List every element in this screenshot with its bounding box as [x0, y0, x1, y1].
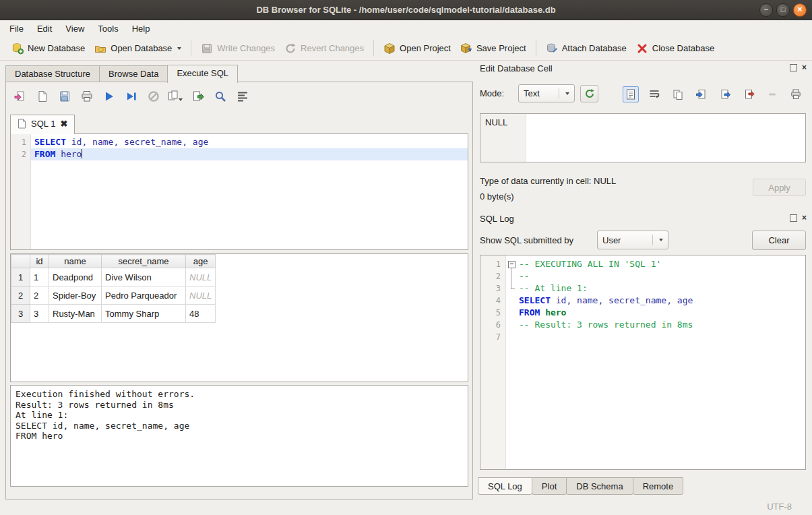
float-panel-icon[interactable]: [790, 214, 797, 222]
result-cell[interactable]: Tommy Sharp: [102, 305, 186, 323]
open-database-label: Open Database: [111, 43, 172, 53]
column-header-age[interactable]: age: [186, 255, 216, 268]
close-tab-icon[interactable]: ✖: [60, 119, 67, 129]
sql-log-view[interactable]: 1-- EXECUTING ALL IN 'SQL 1' 2-- 3-- At …: [480, 255, 806, 470]
result-cell[interactable]: 3: [30, 305, 49, 323]
execute-current-line-icon[interactable]: [123, 88, 140, 105]
result-cell-null[interactable]: NULL: [186, 268, 216, 286]
revert-changes-button[interactable]: Revert Changes: [280, 39, 369, 58]
cell-editor[interactable]: NULL: [480, 113, 806, 162]
column-header-id[interactable]: id: [30, 255, 49, 268]
maximize-button[interactable]: □: [776, 3, 790, 17]
menu-view[interactable]: View: [59, 22, 91, 36]
close-button[interactable]: ×: [793, 3, 807, 17]
close-database-button[interactable]: Close Database: [631, 39, 720, 58]
editor-line-text: SELECT id, name, secret_name, age: [31, 136, 468, 148]
save-as-cell-icon[interactable]: [741, 86, 757, 102]
apply-button[interactable]: Apply: [753, 179, 806, 196]
clear-log-button[interactable]: Clear: [752, 231, 806, 250]
toolbar-separator: [536, 40, 536, 56]
open-external-button[interactable]: [580, 85, 598, 102]
menu-edit[interactable]: Edit: [30, 22, 59, 36]
window-controls: − □ ×: [759, 3, 807, 17]
open-sql-file-icon[interactable]: [34, 88, 51, 105]
export-cell-icon[interactable]: [717, 86, 733, 102]
save-project-label: Save Project: [476, 43, 526, 53]
new-database-button[interactable]: New Database: [7, 39, 90, 58]
set-null-icon[interactable]: [764, 86, 780, 102]
editor-line: 1 SELECT id, name, secret_name, age: [11, 136, 468, 148]
close-database-label: Close Database: [652, 43, 715, 53]
tab-database-structure[interactable]: Database Structure: [5, 65, 100, 82]
grid-corner: [11, 255, 30, 268]
text-view-icon[interactable]: [623, 86, 639, 102]
result-cell[interactable]: Pedro Parqueador: [102, 286, 186, 305]
menu-tools[interactable]: Tools: [91, 22, 125, 36]
result-cell-null[interactable]: NULL: [186, 286, 216, 305]
find-replace-icon[interactable]: [212, 88, 229, 105]
open-project-button[interactable]: Open Project: [379, 39, 456, 58]
export-results-icon[interactable]: [189, 88, 207, 105]
column-header-name[interactable]: name: [49, 255, 102, 268]
revert-changes-label: Revert Changes: [301, 43, 364, 53]
open-in-new-tab-icon[interactable]: [167, 88, 185, 105]
sql-toolbar: [11, 88, 251, 105]
result-cell[interactable]: 48: [186, 305, 216, 323]
document-icon: [18, 119, 26, 129]
close-panel-icon[interactable]: ×: [802, 64, 807, 71]
sql-editor-tabbar: SQL 1 ✖: [10, 115, 75, 134]
row-header[interactable]: 3: [11, 305, 30, 323]
new-sql-tab-icon[interactable]: [11, 88, 29, 105]
format-sql-icon[interactable]: [234, 88, 251, 105]
log-filter-select[interactable]: User: [597, 231, 668, 249]
open-database-button[interactable]: Open Database: [90, 39, 186, 58]
tab-sql-1[interactable]: SQL 1 ✖: [10, 115, 75, 134]
copy-cell-icon[interactable]: [670, 86, 686, 102]
result-cell[interactable]: 2: [30, 286, 49, 305]
result-cell[interactable]: 1: [30, 268, 49, 286]
results-grid: id name secret_name age 1 1 Deadpond Div…: [10, 253, 468, 382]
column-header-secret-name[interactable]: secret_name: [102, 255, 186, 268]
tab-db-schema[interactable]: DB Schema: [566, 477, 633, 495]
sql-log-panel-controls: ×: [790, 214, 807, 222]
result-cell[interactable]: Dive Wilson: [102, 268, 186, 286]
tab-plot[interactable]: Plot: [532, 477, 567, 495]
save-sql-file-icon[interactable]: [56, 88, 73, 105]
stop-icon[interactable]: [145, 88, 162, 105]
tab-sql-log[interactable]: SQL Log: [478, 477, 532, 495]
write-changes-icon: [201, 42, 213, 55]
tab-execute-sql[interactable]: Execute SQL: [167, 65, 238, 83]
save-project-button[interactable]: Save Project: [456, 39, 531, 58]
log-line: 7: [480, 331, 805, 343]
result-cell[interactable]: Rusty-Man: [49, 305, 102, 323]
log-filter-label: Show SQL submitted by: [480, 235, 573, 245]
result-cell[interactable]: Spider-Boy: [49, 286, 102, 305]
fold-marker-icon[interactable]: [506, 258, 517, 270]
menu-help[interactable]: Help: [125, 22, 157, 36]
row-header[interactable]: 1: [11, 268, 30, 286]
float-panel-icon[interactable]: [790, 64, 797, 71]
window-title: DB Browser for SQLite - /home/user/code/…: [256, 5, 555, 15]
execution-message[interactable]: Execution finished without errors. Resul…: [10, 385, 468, 487]
mode-select[interactable]: Text: [518, 84, 575, 102]
log-line: 5FROM hero: [480, 307, 805, 319]
write-changes-button[interactable]: Write Changes: [196, 39, 280, 58]
print-icon[interactable]: [78, 88, 96, 105]
row-header[interactable]: 2: [11, 286, 30, 305]
close-panel-icon[interactable]: ×: [802, 214, 807, 222]
sql-editor[interactable]: 1 SELECT id, name, secret_name, age 2 FR…: [10, 133, 468, 250]
tab-browse-data[interactable]: Browse Data: [99, 65, 168, 82]
attach-database-button[interactable]: Attach Database: [541, 39, 631, 58]
titlebar[interactable]: DB Browser for SQLite - /home/user/code/…: [0, 0, 812, 20]
sql-tab-label: SQL 1: [31, 119, 55, 129]
execute-all-icon[interactable]: [100, 88, 118, 105]
editor-line-current: 2 FROM hero: [11, 148, 468, 160]
print-cell-icon[interactable]: [788, 86, 804, 102]
result-cell[interactable]: Deadpond: [49, 268, 102, 286]
minimize-button[interactable]: −: [759, 3, 773, 17]
import-cell-icon[interactable]: [693, 86, 710, 102]
word-wrap-icon[interactable]: [646, 86, 662, 102]
menu-file[interactable]: File: [3, 22, 30, 36]
tab-remote[interactable]: Remote: [633, 477, 684, 495]
chevron-down-icon[interactable]: [177, 47, 181, 50]
